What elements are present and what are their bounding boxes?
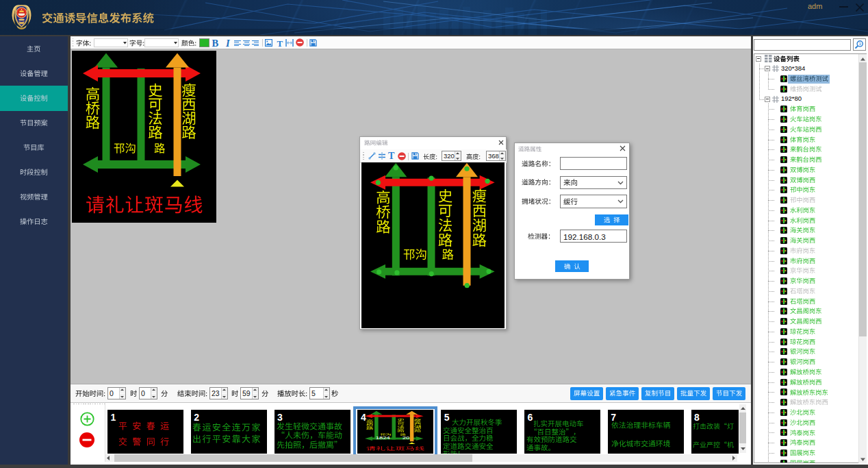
svg-text:3: 3 — [859, 42, 862, 46]
svg-text:20: 20 — [403, 436, 410, 441]
svg-text:1824: 1824 — [376, 436, 390, 441]
